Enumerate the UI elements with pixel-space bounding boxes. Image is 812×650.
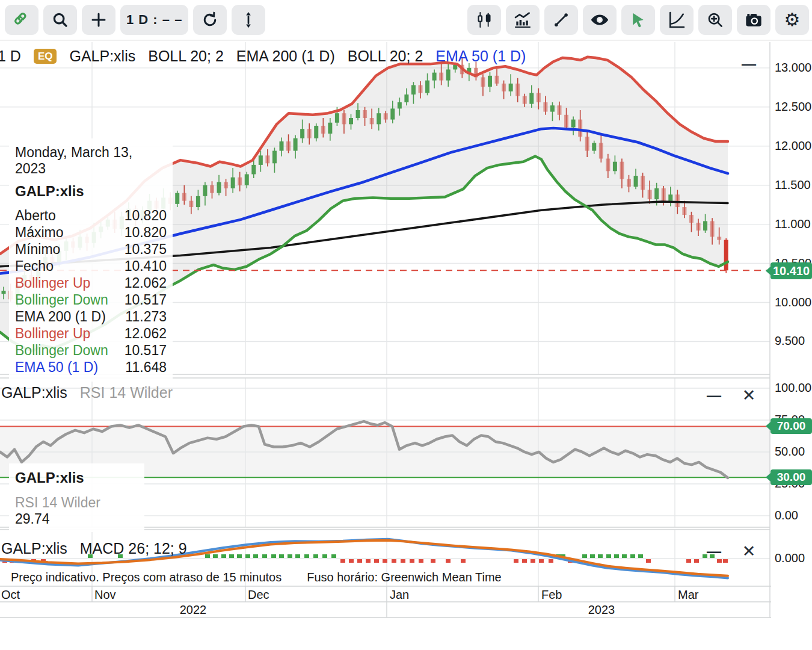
top-toolbar: 1 D : – – [0,0,812,40]
tooltip-symbol: GALP:xlis [15,183,167,200]
vertical-resize-icon [239,11,257,29]
tooltip-row: Máximo10.820 [15,224,167,241]
tooltip-row-label: Bollinger Down [15,342,108,359]
tooltip-row-value: 10.517 [125,342,167,359]
tooltip-row-value: 10.517 [125,291,167,308]
cursor-icon [629,11,647,29]
interval-label: 1 D : – – [126,12,182,28]
macd-legend-symbol: GALP:xlis [1,540,67,557]
tooltip-row-value: 12.062 [125,274,167,291]
tooltip-row-label: Bollinger Down [15,291,108,308]
tooltip-row: EMA 200 (1 D)11.273 [15,308,167,325]
tooltip-row-label: Aberto [15,207,56,224]
screenshot-button[interactable] [737,5,770,35]
timezone-note: Fuso horário: Greenwich Mean Time [307,571,501,584]
badge-notch [766,473,770,481]
trendline-icon [552,11,570,29]
camera-icon [744,10,763,29]
footer-notes: Preço indicativo. Preços com atraso de 1… [11,571,502,584]
last-price-badge: 10.410 [770,262,812,279]
rsi-panel-minimize-button[interactable]: — [705,388,723,403]
badge-notch [766,422,770,430]
tooltip-row-value: 11.273 [125,308,167,325]
tooltip-row: Aberto10.820 [15,207,167,224]
tooltip-row-value: 10.410 [125,258,167,274]
rsi-overbought-badge: 70.00 [770,418,812,434]
tooltip-row-value: 12.062 [125,325,167,342]
vertical-resize-button[interactable] [232,5,265,35]
tooltip-row-label: EMA 50 (1 D) [15,359,98,376]
zoom-in-icon [706,11,724,29]
ohlc-tooltip: Monday, March 13, 2023 GALP:xlis Aberto1… [9,138,173,382]
delay-note: Preço indicativo. Preços com atraso de 1… [11,571,281,584]
tooltip-row: Bollinger Down10.517 [15,342,167,359]
link-button[interactable] [5,5,38,35]
tooltip-row-label: EMA 200 (1 D) [15,308,106,325]
tooltip-row-value: 10.820 [125,207,167,224]
trendline-button[interactable] [544,5,578,35]
candlestick-chart-icon [475,10,494,29]
settings-button[interactable]: ⚙ [775,5,809,35]
tooltip-row-value: 11.648 [125,359,167,376]
rsi-legend-symbol: GALP:xlis [1,384,67,401]
rsi-tooltip-value: 29.74 [15,511,50,527]
tooltip-date: Monday, March 13, 2023 [15,144,167,177]
badge-notch [766,267,770,275]
rsi-panel-legend: GALP:xlis RSI 14 Wilder [1,384,173,401]
axis-scale-icon [667,10,686,29]
legend-symbol[interactable]: GALP:xlis [69,48,135,65]
search-icon [51,11,69,29]
rsi-panel-close-icon[interactable]: ✕ [740,388,758,404]
axis-scale-button[interactable] [660,5,694,35]
legend-ema200[interactable]: EMA 200 (1 D) [236,48,335,65]
chart-type-button[interactable] [467,5,501,35]
refresh-button[interactable] [193,5,227,35]
tooltip-row-value: 10.820 [125,224,167,241]
interval-button[interactable]: 1 D : – – [120,5,188,35]
rsi-tooltip-symbol: GALP:xlis [15,469,138,486]
tooltip-row-label: Máximo [15,224,64,241]
tooltip-row-label: Bollinger Up [15,325,90,342]
plus-icon [90,11,108,29]
legend-boll-1[interactable]: BOLL 20; 2 [148,48,224,65]
cursor-button[interactable] [621,5,655,35]
macd-legend-name[interactable]: MACD 26; 12; 9 [80,540,187,557]
eq-badge: EQ [34,49,57,64]
indicators-icon [513,10,532,29]
rsi-tooltip: GALP:xlis RSI 14 Wilder 29.74 [9,463,144,532]
refresh-icon [201,11,219,29]
eye-icon [589,10,610,30]
tooltip-row-label: Fecho [15,258,54,274]
add-button[interactable] [82,5,115,35]
tooltip-row-value: 10.375 [125,241,167,258]
gear-icon: ⚙ [784,11,801,29]
visibility-button[interactable] [583,5,617,35]
chart-area[interactable]: 13.00012.50012.00011.50011.00010.50010.0… [0,0,812,650]
tooltip-row: EMA 50 (1 D)11.648 [15,359,167,376]
search-button[interactable] [43,5,77,35]
tooltip-row-label: Bollinger Up [15,274,90,291]
indicators-button[interactable] [506,5,540,35]
macd-panel-close-icon[interactable]: ✕ [740,543,758,560]
tooltip-row: Bollinger Up12.062 [15,325,167,342]
legend-interval: 1 D [0,48,21,65]
zoom-in-button[interactable] [698,5,732,35]
legend-ema50[interactable]: EMA 50 (1 D) [435,48,526,65]
main-chart-legend: 1 D EQ GALP:xlis BOLL 20; 2 EMA 200 (1 D… [0,48,526,65]
rsi-oversold-badge: 30.00 [770,469,812,485]
rsi-legend-name[interactable]: RSI 14 Wilder [80,384,173,401]
tooltip-row: Bollinger Up12.062 [15,274,167,291]
tooltip-row: Mínimo10.375 [15,241,167,258]
tooltip-row: Fecho10.410 [15,258,167,274]
link-icon [13,11,31,29]
legend-boll-2[interactable]: BOLL 20; 2 [348,48,423,65]
rsi-tooltip-name: RSI 14 Wilder [15,495,100,510]
tooltip-row-label: Mínimo [15,241,60,258]
main-panel-minimize-button[interactable]: — [740,57,758,71]
tooltip-row: Bollinger Down10.517 [15,291,167,308]
macd-panel-minimize-button[interactable]: — [705,544,723,559]
macd-panel-legend: GALP:xlis MACD 26; 12; 9 [1,540,187,557]
